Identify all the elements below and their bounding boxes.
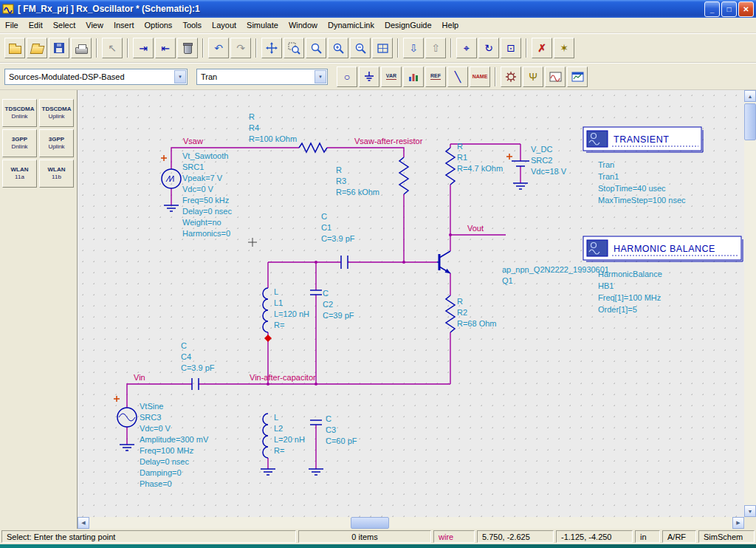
- palette-item-3gpp-dnlink[interactable]: 3GPPDnlink: [2, 129, 37, 157]
- insert-ground-button[interactable]: [359, 66, 379, 87]
- menubar: File Edit Select View Insert Options Too…: [0, 18, 756, 33]
- menu-options[interactable]: Options: [139, 18, 177, 32]
- menu-simulate[interactable]: Simulate: [241, 18, 284, 32]
- palette-item-wlan-11b[interactable]: WLAN11b: [39, 160, 74, 188]
- menu-view[interactable]: View: [80, 18, 109, 32]
- undo-button[interactable]: ↶: [208, 38, 229, 58]
- open-folder-icon: [30, 46, 44, 54]
- palette-item-tdscdma-dnlink[interactable]: TDSCDMADnlink: [2, 99, 37, 127]
- transient-controller[interactable]: TRANSIENT: [583, 127, 703, 152]
- simulation-select[interactable]: Tran ▼: [196, 69, 328, 85]
- pop-out-hierarchy-button[interactable]: ⇤: [155, 38, 176, 58]
- minimize-button[interactable]: _: [704, 1, 720, 17]
- insert-pin-button[interactable]: ○: [337, 66, 357, 87]
- schematic-canvas[interactable]: TRANSIENT HARMONIC BALANCE R R4 R=100 kO…: [78, 90, 744, 517]
- zoom-in-button[interactable]: [328, 38, 348, 58]
- trash-icon: [184, 44, 192, 54]
- probe-button[interactable]: Ψ: [523, 66, 543, 87]
- menu-layout[interactable]: Layout: [207, 18, 241, 32]
- resistor-r3[interactable]: [399, 157, 408, 194]
- zoom-point-button[interactable]: [306, 38, 326, 58]
- harmonic-balance-controller[interactable]: HARMONIC BALANCE: [583, 236, 743, 261]
- svg-text:L=20 nH: L=20 nH: [274, 435, 305, 444]
- horizontal-scroll-thumb[interactable]: [351, 517, 389, 529]
- menu-insert[interactable]: Insert: [109, 18, 140, 32]
- insert-wire-button[interactable]: ╲: [447, 66, 468, 87]
- menu-tools[interactable]: Tools: [177, 18, 207, 32]
- menu-help[interactable]: Help: [437, 18, 464, 32]
- scroll-right-button[interactable]: ▶: [732, 517, 744, 529]
- palette-item-tdscdma-uplink[interactable]: TDSCDMAUplink: [39, 99, 74, 127]
- capacitor-c2[interactable]: [310, 290, 322, 295]
- menu-select[interactable]: Select: [48, 18, 81, 32]
- new-button[interactable]: [4, 38, 25, 58]
- resistor-r4[interactable]: [299, 143, 327, 152]
- pop-out-icon: ⇤: [161, 43, 170, 53]
- simulation-settings-button[interactable]: [501, 66, 521, 87]
- open-button[interactable]: [27, 38, 47, 58]
- scroll-down-button[interactable]: ▼: [744, 505, 756, 517]
- rotate-button[interactable]: ↻: [478, 38, 499, 58]
- zoom-area-button[interactable]: [284, 38, 304, 58]
- source-src1-sawtooth[interactable]: [162, 169, 181, 188]
- svg-text:C4: C4: [181, 352, 191, 361]
- svg-text:R4: R4: [249, 123, 259, 132]
- source-src3-sine[interactable]: [117, 408, 137, 427]
- scroll-up-button[interactable]: ▲: [744, 90, 756, 102]
- print-button[interactable]: [71, 38, 92, 58]
- titlebar[interactable]: [ FM_Rx_prj ] Rx_Oscillator * (Schematic…: [0, 0, 756, 18]
- menu-dynamiclink[interactable]: DynamicLink: [323, 18, 379, 32]
- chevron-down-icon[interactable]: ▼: [315, 70, 326, 83]
- pop-design-button[interactable]: ⇧: [425, 38, 446, 58]
- transient-title: TRANSIENT: [614, 134, 669, 145]
- chevron-down-icon[interactable]: ▼: [174, 70, 186, 83]
- redo-button[interactable]: ↷: [230, 38, 251, 58]
- horizontal-scrollbar[interactable]: ◀ ▶: [78, 517, 744, 529]
- close-button[interactable]: ✕: [738, 1, 754, 17]
- maximize-button[interactable]: □: [721, 1, 737, 17]
- source-src2-vdc[interactable]: [512, 161, 529, 166]
- capacitor-c4[interactable]: [192, 378, 199, 390]
- deactivate-component-button[interactable]: ✗: [532, 38, 552, 58]
- svg-text:StopTime=40 usec: StopTime=40 usec: [598, 184, 666, 193]
- insert-ref-button[interactable]: REF: [425, 66, 446, 87]
- svg-text:Phase=0: Phase=0: [140, 479, 172, 488]
- save-button[interactable]: [49, 38, 69, 58]
- insert-var-button[interactable]: VAR: [381, 66, 402, 87]
- palette-item-3gpp-uplink[interactable]: 3GPPUplink: [39, 129, 74, 157]
- zoom-out-button[interactable]: [350, 38, 371, 58]
- svg-text:R=: R=: [274, 446, 284, 455]
- smart-simulation-button[interactable]: ✶: [554, 38, 574, 58]
- vertical-scrollbar[interactable]: ▲ ▼: [744, 90, 756, 517]
- deactivate-icon: ✗: [537, 43, 546, 53]
- move-button[interactable]: [261, 38, 282, 58]
- transistor-q1[interactable]: [437, 251, 450, 273]
- menu-file[interactable]: File: [0, 18, 24, 32]
- simulation-window-button[interactable]: [567, 66, 588, 87]
- component-palette-select[interactable]: Sources-Modulated-DSP-Based ▼: [4, 69, 188, 85]
- menu-edit[interactable]: Edit: [24, 18, 48, 32]
- capacitor-c1[interactable]: [341, 256, 348, 269]
- net-highlight-button[interactable]: ⌖: [456, 38, 477, 58]
- inductor-l1[interactable]: [263, 288, 268, 332]
- capacitor-c3[interactable]: [310, 420, 322, 425]
- palette-item-wlan-11a[interactable]: WLAN11a: [2, 160, 37, 188]
- menu-window[interactable]: Window: [284, 18, 323, 32]
- menu-designguide[interactable]: DesignGuide: [379, 18, 437, 32]
- push-design-button[interactable]: ⇩: [403, 38, 424, 58]
- pointer-button[interactable]: ↖: [102, 38, 123, 58]
- data-display-button[interactable]: [403, 66, 424, 87]
- push-into-hierarchy-button[interactable]: ⇥: [133, 38, 154, 58]
- svg-text:C: C: [321, 212, 327, 221]
- inductor-l2[interactable]: [263, 414, 268, 458]
- component-browser-button[interactable]: ⊡: [501, 38, 521, 58]
- zoom-full-button[interactable]: [372, 38, 393, 58]
- scroll-left-button[interactable]: ◀: [78, 517, 89, 529]
- resistor-r1[interactable]: [446, 148, 455, 185]
- svg-text:SRC2: SRC2: [531, 156, 552, 165]
- scope-button[interactable]: [545, 66, 566, 87]
- vertical-scroll-thumb[interactable]: [744, 103, 756, 140]
- wire-label-button[interactable]: NAME: [470, 66, 490, 87]
- delete-button[interactable]: [177, 38, 198, 58]
- resistor-r2[interactable]: [446, 295, 455, 332]
